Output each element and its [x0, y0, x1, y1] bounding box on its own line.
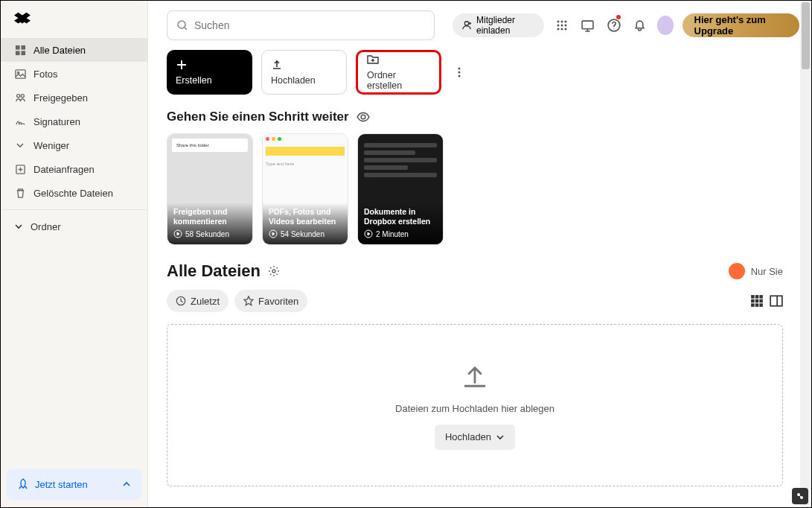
trash-icon [14, 187, 26, 199]
sidebar-item-deleted[interactable]: Gelöschte Dateien [1, 181, 147, 205]
svg-point-22 [458, 68, 461, 70]
chip-label: Favoriten [258, 296, 298, 307]
sidebar-item-label: Alle Dateien [33, 45, 86, 56]
invite-label: Mitglieder einladen [476, 15, 535, 36]
svg-point-29 [272, 270, 275, 273]
tip-card-share[interactable]: Share this folder Freigeben und kommenti… [167, 133, 253, 245]
get-started-label: Jetzt starten [35, 479, 88, 490]
sidebar-item-less[interactable]: Weniger [1, 133, 147, 157]
tip-duration: 58 Sekunden [185, 230, 229, 238]
privacy-label: Nur Sie [751, 266, 783, 277]
svg-point-23 [458, 72, 461, 74]
svg-rect-33 [759, 295, 763, 299]
svg-rect-40 [770, 296, 782, 306]
svg-point-25 [361, 115, 365, 119]
upload-icon [271, 59, 283, 71]
grid-view-button[interactable] [750, 294, 764, 308]
apps-grid-button[interactable] [553, 15, 570, 36]
tip-card-docs[interactable]: Dokumente in Dropbox erstellen 2 Minuten [357, 133, 444, 245]
upgrade-label: Hier geht's zum Upgrade [694, 14, 787, 36]
svg-point-5 [17, 72, 19, 73]
svg-point-13 [564, 21, 566, 23]
svg-rect-1 [21, 45, 25, 49]
drop-upload-button[interactable]: Hochladen [435, 425, 515, 450]
sidebar-item-label: Weniger [33, 140, 69, 151]
chip-label: Zuletzt [191, 296, 220, 307]
svg-point-19 [564, 28, 566, 31]
eye-icon[interactable] [357, 110, 370, 124]
tips-heading: Gehen Sie einen Schritt weiter [167, 109, 349, 124]
sidebar-item-file-requests[interactable]: Dateianfragen [1, 157, 147, 181]
svg-point-16 [564, 25, 566, 27]
sidebar-item-all-files[interactable]: Alle Dateien [1, 38, 147, 62]
sidebar-item-signatures[interactable]: Signaturen [1, 109, 147, 133]
favorites-chip[interactable]: Favoriten [234, 290, 307, 312]
avatar[interactable] [657, 16, 673, 35]
more-actions-button[interactable] [453, 66, 465, 78]
folder-plus-icon [367, 54, 379, 66]
svg-rect-32 [755, 295, 759, 299]
svg-point-15 [560, 25, 563, 27]
svg-rect-4 [15, 69, 25, 77]
svg-point-6 [16, 94, 19, 97]
svg-point-10 [464, 22, 468, 25]
files-icon [14, 44, 26, 56]
tip-duration: 54 Sekunden [281, 230, 325, 238]
scrollbar[interactable] [800, 1, 811, 507]
create-folder-button[interactable]: Ordner erstellen [356, 50, 441, 95]
folder-label: Ordner erstellen [367, 70, 430, 91]
desktop-button[interactable] [579, 15, 596, 36]
upload-label: Hochladen [271, 75, 337, 86]
chevron-down-icon [496, 433, 505, 442]
star-icon [243, 296, 254, 306]
svg-point-12 [560, 21, 563, 23]
sidebar-folders-toggle[interactable]: Ordner [1, 215, 147, 238]
svg-rect-37 [751, 303, 755, 307]
panel-view-button[interactable] [770, 294, 783, 308]
sidebar-item-label: Signaturen [33, 116, 80, 127]
notifications-button[interactable] [631, 15, 648, 36]
chevron-up-icon [122, 480, 131, 489]
drop-zone[interactable]: Dateien zum Hochladen hier ablegen Hochl… [167, 324, 783, 486]
svg-rect-36 [759, 299, 763, 303]
get-started-button[interactable]: Jetzt starten [7, 469, 141, 500]
search-icon [176, 19, 188, 31]
scroll-thumb[interactable] [802, 2, 810, 69]
svg-point-9 [178, 21, 185, 28]
play-icon [364, 229, 373, 238]
svg-rect-34 [751, 299, 755, 303]
help-button[interactable] [605, 15, 622, 36]
svg-point-11 [557, 21, 559, 23]
privacy-avatar [729, 263, 745, 279]
svg-rect-3 [21, 51, 25, 55]
svg-point-18 [560, 28, 563, 31]
upload-large-icon [459, 361, 490, 393]
upload-button[interactable]: Hochladen [261, 50, 347, 95]
files-title: Alle Dateien [167, 261, 260, 281]
search-input[interactable] [167, 10, 435, 40]
invite-members-button[interactable]: Mitglieder einladen [453, 13, 544, 37]
chevron-down-icon [14, 139, 26, 151]
svg-point-17 [557, 28, 559, 31]
play-icon [269, 229, 278, 238]
folders-label: Ordner [31, 221, 60, 232]
dropbox-logo-icon[interactable] [14, 11, 31, 28]
search-field[interactable] [194, 19, 425, 31]
chevron-down-icon [14, 222, 23, 231]
floating-widget[interactable] [792, 488, 808, 504]
tip-title: Freigeben und kommentieren [173, 207, 246, 226]
sidebar-item-shared[interactable]: Freigegeben [1, 86, 147, 109]
svg-rect-31 [751, 295, 755, 299]
svg-rect-38 [755, 303, 759, 307]
tip-card-edit[interactable]: Type text here PDFs, Fotos und Videos be… [262, 133, 348, 245]
settings-gear-icon[interactable] [268, 265, 280, 277]
upgrade-button[interactable]: Hier geht's zum Upgrade [682, 13, 799, 37]
signature-icon [14, 115, 26, 127]
create-button[interactable]: Erstellen [167, 50, 252, 95]
tip-title: Dokumente in Dropbox erstellen [364, 207, 437, 226]
sidebar-item-photos[interactable]: Fotos [1, 62, 147, 86]
svg-rect-39 [759, 303, 763, 307]
svg-point-24 [458, 75, 461, 77]
recent-chip[interactable]: Zuletzt [167, 290, 228, 312]
drop-zone-text: Dateien zum Hochladen hier ablegen [395, 403, 554, 414]
